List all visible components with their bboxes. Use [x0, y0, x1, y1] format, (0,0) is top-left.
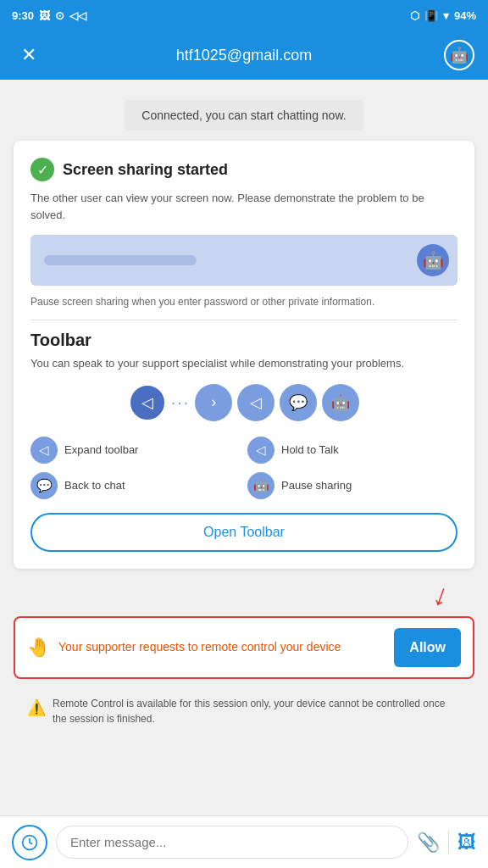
expand-label: Expand toolbar [64, 443, 138, 456]
bottom-divider [448, 831, 449, 854]
toolbar-chat-btn[interactable]: 💬 [280, 384, 317, 421]
status-indicators: ⬡ 📳 ▾ 94% [410, 9, 476, 22]
app-header: ✕ htf1025@gmail.com 🤖 [0, 31, 488, 80]
hold-talk-icon: ◁ [247, 437, 274, 464]
connected-banner: Connected, you can start chatting now. [125, 100, 363, 131]
cast-icon: ⬡ [410, 9, 419, 22]
toolbar-expand-btn[interactable]: › [195, 384, 232, 421]
info-icon: ⚠️ [27, 697, 46, 720]
check-icon: ✓ [30, 158, 54, 181]
screen-sharing-title: Screen sharing started [63, 161, 228, 179]
vibrate-icon: 📳 [424, 9, 438, 22]
arrow-indicator: ↓ [14, 577, 474, 613]
attach-button[interactable]: 📎 [417, 832, 440, 854]
toolbar-icons-row: ◁ ··· › ◁ 💬 🤖 [30, 384, 458, 421]
hold-talk-label: Hold to Talk [281, 443, 339, 456]
bot-icon: 🤖 [444, 40, 474, 70]
status-bar: 9:30 🖼 ⊙ ◁◁ ⬡ 📳 ▾ 94% [0, 0, 488, 31]
legend-grid: ◁ Expand toolbar ◁ Hold to Talk 💬 Back t… [30, 437, 458, 499]
pause-text: Pause screen sharing when you enter pass… [30, 296, 458, 308]
expand-icon: ◁ [30, 437, 58, 464]
allow-button[interactable]: Allow [394, 628, 461, 667]
hand-icon: 🤚 [27, 637, 50, 659]
status-arrow-icon: ◁◁ [69, 9, 86, 22]
message-input[interactable] [56, 826, 408, 859]
main-content: ✓ Screen sharing started The other user … [0, 141, 488, 815]
toolbar-title: Toolbar [30, 331, 458, 350]
legend-back-chat: 💬 Back to chat [30, 472, 241, 499]
bot-avatar: 🤖 [444, 40, 474, 70]
image-button[interactable]: 🖼 [458, 832, 476, 854]
preview-bot-icon: 🤖 [417, 244, 449, 276]
toolbar-microphone-btn[interactable]: ◁ [129, 384, 166, 421]
header-title: htf1025@gmail.com [44, 47, 444, 64]
red-arrow-icon: ↓ [428, 576, 454, 615]
legend-pause-sharing: 🤖 Pause sharing [247, 472, 458, 499]
voice-button[interactable] [12, 825, 47, 860]
wifi-icon: ▾ [443, 9, 449, 22]
preview-bar [44, 255, 197, 265]
info-text-area: ⚠️ Remote Control is available for this … [14, 687, 474, 735]
toolbar-send-btn[interactable]: ◁ [237, 384, 274, 421]
time-display: 9:30 [12, 9, 34, 22]
pause-sharing-label: Pause sharing [281, 479, 352, 492]
screen-sharing-desc: The other user can view your screen now.… [30, 190, 458, 223]
divider [30, 320, 458, 320]
battery-icon: 94% [454, 9, 476, 22]
status-time: 9:30 🖼 ⊙ ◁◁ [12, 9, 86, 22]
toolbar-pause-btn[interactable]: 🤖 [322, 384, 359, 421]
status-globe-icon: ⊙ [55, 9, 64, 22]
back-chat-label: Back to chat [64, 479, 125, 492]
toolbar-desc: You can speak to your support specialist… [30, 355, 458, 372]
back-chat-icon: 💬 [30, 472, 58, 499]
info-text-content: Remote Control is available for this ses… [53, 696, 461, 726]
main-card: ✓ Screen sharing started The other user … [14, 141, 474, 569]
remote-control-banner: 🤚 Your supporter requests to remote cont… [14, 616, 474, 679]
bottom-bar: 📎 🖼 [0, 815, 488, 868]
pause-sharing-icon: 🤖 [247, 472, 274, 499]
open-toolbar-button[interactable]: Open Toolbar [30, 513, 458, 552]
remote-control-text: Your supporter requests to remote contro… [58, 639, 385, 656]
status-photo-icon: 🖼 [39, 9, 50, 22]
legend-expand: ◁ Expand toolbar [30, 437, 241, 464]
toolbar-dots: ··· [171, 392, 191, 412]
screen-preview: 🤖 [30, 235, 458, 286]
screen-sharing-header: ✓ Screen sharing started [30, 158, 458, 181]
close-button[interactable]: ✕ [14, 44, 44, 66]
legend-hold-to-talk: ◁ Hold to Talk [247, 437, 458, 464]
